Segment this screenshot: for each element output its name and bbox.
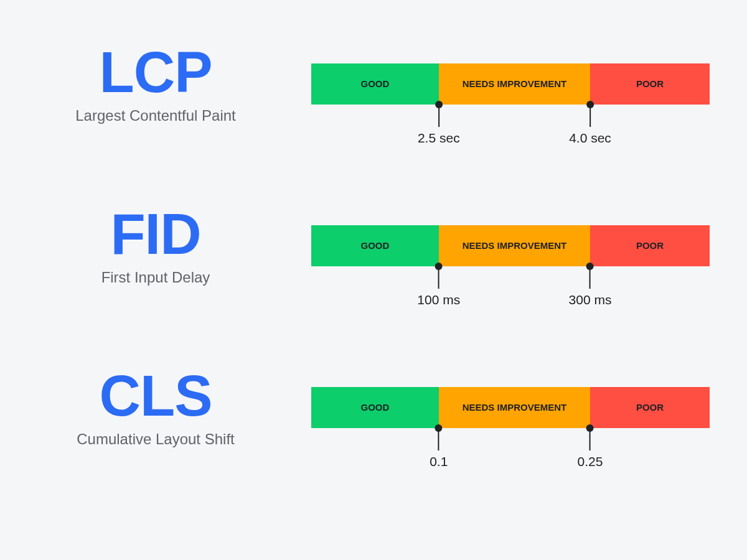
- segment-good-cls: GOOD: [311, 387, 439, 428]
- marker-line-icon: [438, 431, 439, 450]
- segment-good-fid: GOOD: [311, 225, 439, 266]
- threshold-value-cls-2: 0.25: [578, 454, 603, 469]
- metric-abbr-lcp: LCP: [100, 44, 212, 101]
- metric-fullname-cls: Cumulative Layout Shift: [77, 431, 234, 448]
- segment-good-lcp: GOOD: [311, 63, 439, 105]
- threshold-marker-lcp-2: 4.0 sec: [569, 101, 611, 146]
- threshold-marker-fid-1: 100 ms: [417, 263, 460, 307]
- segment-mid-lcp: NEEDS IMPROVEMENT: [439, 63, 590, 105]
- marker-line-icon: [590, 269, 591, 289]
- metric-row-fid: FID First Input Delay GOOD NEEDS IMPROVE…: [37, 205, 710, 286]
- metric-label-fid: FID First Input Delay: [37, 205, 274, 286]
- scale-bar-lcp: GOOD NEEDS IMPROVEMENT POOR: [311, 63, 710, 105]
- marker-line-icon: [438, 269, 439, 289]
- segment-mid-fid: NEEDS IMPROVEMENT: [439, 225, 590, 266]
- threshold-value-fid-2: 300 ms: [569, 292, 612, 307]
- threshold-value-lcp-1: 2.5 sec: [418, 131, 460, 146]
- scale-bar-cls: GOOD NEEDS IMPROVEMENT POOR: [311, 387, 710, 428]
- segment-poor-fid: POOR: [590, 225, 710, 266]
- segment-mid-cls: NEEDS IMPROVEMENT: [439, 387, 590, 428]
- metric-label-lcp: LCP Largest Contentful Paint: [37, 44, 274, 124]
- metric-abbr-fid: FID: [110, 205, 200, 263]
- threshold-value-cls-1: 0.1: [430, 454, 448, 469]
- scale-bar-fid: GOOD NEEDS IMPROVEMENT POOR: [311, 225, 710, 266]
- metric-label-cls: CLS Cumulative Layout Shift: [37, 367, 274, 448]
- metric-fullname-lcp: Largest Contentful Paint: [75, 107, 236, 124]
- threshold-marker-cls-1: 0.1: [430, 424, 448, 469]
- marker-line-icon: [590, 431, 591, 450]
- scale-cls: GOOD NEEDS IMPROVEMENT POOR 0.1 0.25: [311, 387, 710, 428]
- marker-line-icon: [438, 107, 439, 127]
- metric-fullname-fid: First Input Delay: [101, 269, 210, 286]
- core-web-vitals-diagram: LCP Largest Contentful Paint GOOD NEEDS …: [37, 31, 710, 448]
- segment-poor-cls: POOR: [590, 387, 710, 428]
- segment-poor-lcp: POOR: [590, 63, 710, 105]
- threshold-value-lcp-2: 4.0 sec: [569, 131, 611, 146]
- metric-row-cls: CLS Cumulative Layout Shift GOOD NEEDS I…: [37, 367, 710, 448]
- threshold-marker-lcp-1: 2.5 sec: [418, 101, 460, 146]
- scale-fid: GOOD NEEDS IMPROVEMENT POOR 100 ms 300 m…: [311, 225, 710, 266]
- marker-line-icon: [590, 107, 591, 127]
- scale-lcp: GOOD NEEDS IMPROVEMENT POOR 2.5 sec 4.0 …: [311, 63, 710, 105]
- threshold-marker-cls-2: 0.25: [578, 424, 603, 469]
- threshold-marker-fid-2: 300 ms: [569, 263, 612, 307]
- metric-abbr-cls: CLS: [100, 367, 212, 424]
- metric-row-lcp: LCP Largest Contentful Paint GOOD NEEDS …: [37, 44, 710, 124]
- threshold-value-fid-1: 100 ms: [417, 292, 460, 307]
